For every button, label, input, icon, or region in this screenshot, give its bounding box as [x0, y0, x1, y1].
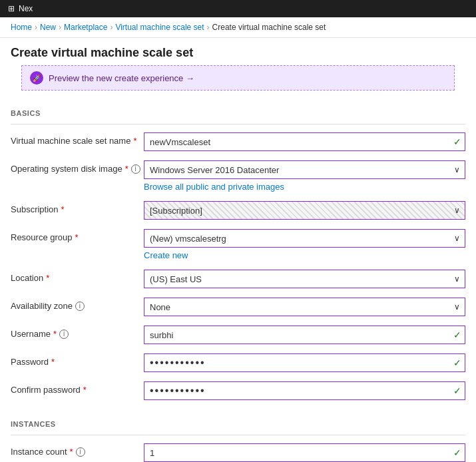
username-input[interactable]	[144, 326, 465, 344]
password-input[interactable]	[144, 353, 465, 372]
confirm-password-label: Confirm password *	[11, 381, 144, 395]
breadcrumb: Home › New › Marketplace › Virtual machi…	[0, 17, 476, 38]
resource-group-control: (New) vmscalesetrg ∨ Create new	[144, 229, 465, 260]
location-label: Location *	[11, 270, 144, 283]
os-disk-required: *	[125, 164, 128, 174]
vm-name-check-icon: ✓	[453, 136, 461, 147]
instance-count-input[interactable]	[144, 443, 465, 462]
vm-name-label: Virtual machine scale set name *	[11, 132, 144, 146]
subscription-control: [Subscription] ∨	[144, 201, 465, 220]
confirm-password-row: Confirm password * ✓	[11, 381, 465, 400]
password-row: Password * ✓	[11, 353, 465, 372]
vm-name-input-wrapper: ✓	[144, 132, 465, 151]
availability-zone-control: None ∨	[144, 298, 465, 316]
location-row: Location * (US) East US ∨	[11, 270, 465, 288]
os-disk-info-icon[interactable]: i	[131, 164, 140, 174]
preview-icon: 🚀	[30, 71, 43, 85]
instance-count-required: *	[70, 447, 73, 457]
password-input-wrapper: ✓	[144, 353, 465, 372]
availability-zone-select[interactable]: None	[144, 298, 465, 316]
location-required: *	[46, 273, 49, 283]
password-control: ✓	[144, 353, 465, 372]
os-disk-control: Windows Server 2016 Datacenter ∨ Browse …	[144, 160, 465, 192]
instance-count-check-icon: ✓	[453, 447, 461, 458]
availability-zone-info-icon[interactable]: i	[75, 302, 85, 311]
browse-images-link[interactable]: Browse all public and private images	[144, 182, 284, 192]
instance-count-input-wrapper: ✓	[144, 443, 465, 462]
sep1: ›	[35, 23, 37, 32]
username-check-icon: ✓	[453, 330, 461, 340]
sep2: ›	[59, 23, 61, 32]
availability-zone-row: Availability zone i None ∨	[11, 298, 465, 316]
breadcrumb-marketplace[interactable]: Marketplace	[64, 23, 107, 32]
password-label: Password *	[11, 353, 144, 367]
sep4: ›	[207, 23, 210, 32]
breadcrumb-new[interactable]: New	[40, 23, 56, 32]
preview-text: Preview the new create experience →	[49, 73, 194, 83]
location-select[interactable]: (US) East US	[144, 270, 465, 288]
preview-banner[interactable]: 🚀 Preview the new create experience →	[21, 65, 455, 91]
instance-count-label: Instance count * i	[11, 443, 144, 457]
subscription-select[interactable]: [Subscription]	[144, 201, 465, 220]
os-disk-select-wrapper: Windows Server 2016 Datacenter ∨	[144, 160, 465, 179]
username-required: *	[53, 329, 57, 339]
top-bar-label: Nex	[19, 4, 33, 13]
breadcrumb-current: Create virtual machine scale set	[212, 23, 326, 32]
confirm-password-input[interactable]	[144, 381, 465, 400]
confirm-password-control: ✓	[144, 381, 465, 400]
subscription-row: Subscription * [Subscription] ∨	[11, 201, 465, 220]
resource-group-label: Resource group *	[11, 229, 144, 242]
breadcrumb-vmss[interactable]: Virtual machine scale set	[115, 23, 204, 32]
password-check-icon: ✓	[453, 357, 461, 368]
create-new-link[interactable]: Create new	[144, 250, 188, 260]
username-input-wrapper: ✓	[144, 326, 465, 344]
confirm-password-check-icon: ✓	[453, 385, 461, 396]
form-container: 🚀 Preview the new create experience → BA…	[0, 65, 476, 462]
subscription-select-wrapper: [Subscription] ∨	[144, 201, 465, 220]
username-control: ✓	[144, 326, 465, 344]
top-bar: ⊞ Nex	[0, 0, 476, 17]
instance-count-control: ✓	[144, 443, 465, 462]
page-title: Create virtual machine scale set	[0, 38, 476, 65]
subscription-label: Subscription *	[11, 201, 144, 214]
vm-name-row: Virtual machine scale set name * ✓	[11, 132, 465, 151]
username-label: Username * i	[11, 326, 144, 339]
rocket-icon: 🚀	[33, 75, 41, 82]
location-select-wrapper: (US) East US ∨	[144, 270, 465, 288]
instance-count-info-icon[interactable]: i	[76, 447, 85, 457]
os-disk-row: Operating system disk image * i Windows …	[11, 160, 465, 192]
vm-name-input[interactable]	[144, 132, 465, 151]
availability-zone-select-wrapper: None ∨	[144, 298, 465, 316]
username-row: Username * i ✓	[11, 326, 465, 344]
location-control: (US) East US ∨	[144, 270, 465, 288]
subscription-required: *	[61, 204, 65, 214]
os-disk-label: Operating system disk image * i	[11, 160, 144, 174]
resource-group-row: Resource group * (New) vmscalesetrg ∨ Cr…	[11, 229, 465, 260]
sep3: ›	[110, 23, 113, 32]
resource-group-select-wrapper: (New) vmscalesetrg ∨	[144, 229, 465, 248]
instances-section-header: INSTANCES	[11, 409, 465, 435]
instance-count-row: Instance count * i ✓	[11, 443, 465, 462]
breadcrumb-home[interactable]: Home	[11, 23, 32, 32]
password-required: *	[51, 357, 55, 367]
vm-name-required: *	[133, 136, 136, 146]
availability-zone-label: Availability zone i	[11, 298, 144, 311]
os-disk-select[interactable]: Windows Server 2016 Datacenter	[144, 160, 465, 179]
basics-section-header: BASICS	[11, 99, 465, 124]
resource-group-required: *	[75, 232, 79, 242]
resource-group-select[interactable]: (New) vmscalesetrg	[144, 229, 465, 248]
vm-name-control: ✓	[144, 132, 465, 151]
confirm-password-required: *	[83, 385, 87, 395]
top-bar-logo: ⊞	[8, 4, 15, 13]
username-info-icon[interactable]: i	[59, 330, 69, 339]
confirm-password-input-wrapper: ✓	[144, 381, 465, 400]
